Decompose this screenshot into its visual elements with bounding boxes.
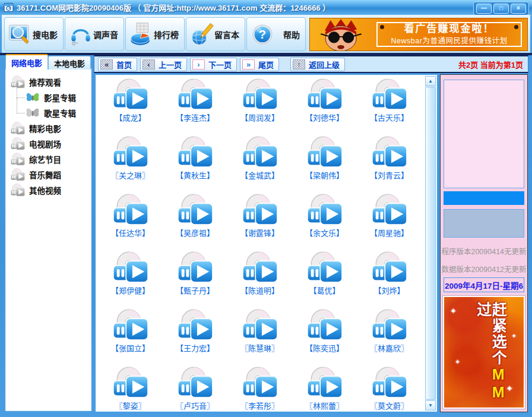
- right-panel: 程序版本20090414无更新 数据版本20090412无更新 2009年4月1…: [440, 74, 528, 412]
- ad-subtitle: Newsbar为普通网民提供赚钱计划: [391, 34, 508, 46]
- movie-item[interactable]: 〖陈慧琳〗: [227, 308, 292, 366]
- movie-item[interactable]: 〖林嘉欣〗: [357, 308, 422, 366]
- disc-play-icon: [112, 366, 149, 399]
- movie-item[interactable]: 【刘烨】: [357, 251, 422, 308]
- nav-button-home[interactable]: « 首页: [98, 58, 137, 71]
- nav-button-last-page[interactable]: » 尾页: [240, 58, 279, 71]
- tab-network-movies[interactable]: 网络电影: [5, 54, 48, 70]
- search-icon: [8, 22, 33, 47]
- close-button[interactable]: ×: [511, 4, 526, 14]
- sidebar-item-great-movies[interactable]: 精彩电影: [10, 121, 91, 136]
- nav-arrow-icon: ↑: [293, 59, 305, 70]
- disc-play-icon: [306, 135, 343, 169]
- movie-item[interactable]: 【金城武】: [227, 135, 292, 193]
- movie-item-label: 【李连杰】: [176, 112, 214, 123]
- app-window: { "window": { "title": "36171.COM网吧影院200…: [0, 0, 532, 417]
- movie-item[interactable]: 【甄子丹】: [163, 251, 227, 308]
- movie-item[interactable]: 【王力宏】: [163, 308, 227, 366]
- movie-item[interactable]: 【周星驰】: [357, 193, 422, 251]
- rank-icon: [129, 22, 154, 47]
- movie-item[interactable]: 【吴彦祖】: [163, 193, 227, 251]
- scroll-down-button[interactable]: ▼: [425, 400, 436, 410]
- movie-item[interactable]: 【葛优】: [292, 251, 357, 308]
- movie-item-label: 【陈奕迅】: [305, 342, 344, 353]
- ad-title: 看广告赚现金啦！: [404, 23, 495, 35]
- movie-item[interactable]: 〖莫文蔚〗: [357, 366, 422, 410]
- movie-item-label: 【周星驰】: [370, 227, 408, 238]
- movie-item[interactable]: 〖关之琳〗: [98, 135, 163, 193]
- movie-item[interactable]: 〖卢巧音〗: [163, 366, 227, 410]
- toolbar-button-label: 搜电影: [33, 29, 58, 40]
- tab-local-movies[interactable]: 本地电影: [48, 56, 91, 70]
- nav-button-label: 尾页: [258, 59, 274, 70]
- maximize-button[interactable]: □: [493, 4, 509, 14]
- movie-item[interactable]: 【黄秋生】: [163, 135, 227, 193]
- movie-item-label: 【黄秋生】: [176, 169, 214, 181]
- toolbar-button-label: 留言本: [214, 29, 239, 40]
- movie-item[interactable]: 【周润发】: [227, 78, 292, 135]
- sidebar-item-variety-shows[interactable]: 综艺节目: [10, 151, 91, 167]
- movie-item[interactable]: 【任达华】: [98, 193, 163, 251]
- disc-play-icon: [371, 308, 408, 342]
- toolbar-button-guestbook[interactable]: 留言本: [186, 17, 245, 51]
- movie-item[interactable]: 【余文乐】: [292, 193, 357, 251]
- movie-item-label: 【古天乐】: [370, 112, 408, 123]
- movie-item-label: 〖林嘉欣〗: [370, 342, 408, 353]
- movie-item-label: 【郑伊健】: [111, 285, 150, 296]
- toolbar-button-adjust-sound[interactable]: 调声音: [65, 17, 124, 51]
- nav-arrow-icon: ‹: [142, 59, 155, 70]
- movie-item[interactable]: 〖黎姿〗: [98, 366, 163, 410]
- movie-item[interactable]: 〖林熙蕾〗: [292, 366, 357, 410]
- ad-line-top: 赶紧选个: [490, 302, 506, 366]
- toolbar-button-search-movie[interactable]: 搜电影: [4, 17, 64, 51]
- sidebar-item-singer-albums[interactable]: 歌星专辑: [25, 105, 91, 121]
- movie-item[interactable]: 【郑伊健】: [98, 251, 163, 308]
- movie-item[interactable]: 【张国立】: [98, 308, 163, 366]
- nav-arrow-icon: «: [100, 59, 113, 70]
- sidebar-item-music-dance[interactable]: 音乐舞蹈: [10, 167, 91, 182]
- sidebar-item-tv-theater[interactable]: 电视剧场: [10, 136, 91, 151]
- top-ad-banner[interactable]: 看广告赚现金啦！ Newsbar为普通网民提供赚钱计划: [309, 18, 528, 51]
- scrollbar-thumb[interactable]: [425, 87, 436, 400]
- blue-bar: [444, 191, 524, 205]
- sidebar-item-star-albums[interactable]: 影星专辑: [25, 90, 91, 105]
- side-ad-banner[interactable]: ✦ ✦ ✦ ✦ 赶紧选个MM过: [443, 296, 525, 409]
- movie-item[interactable]: 【陈道明】: [227, 251, 292, 308]
- disc-play-icon: [112, 78, 149, 111]
- nav-button-back-up[interactable]: ↑ 返回上级: [290, 58, 345, 71]
- nav-button-label: 返回上级: [309, 59, 340, 70]
- tree-item-label: 精彩电影: [29, 122, 61, 134]
- minimize-button[interactable]: —: [476, 4, 492, 14]
- toolbar-button-help[interactable]: 帮助: [246, 17, 306, 51]
- movie-item[interactable]: 【古天乐】: [357, 78, 422, 135]
- sparkle-icon: ✦: [506, 384, 513, 393]
- disc-play-icon: [177, 135, 214, 169]
- disc-play-icon: [112, 251, 149, 284]
- nav-button-label: 上一页: [159, 59, 182, 70]
- movie-item-label: 【甄子丹】: [176, 285, 214, 296]
- movie-item-label: 【陈道明】: [240, 285, 279, 296]
- sidebar-panel: 推荐观看 影星专辑 歌星专辑 精彩电影 电视剧场 综艺节目 音乐舞蹈 其他视频: [5, 68, 92, 412]
- movie-item[interactable]: 【梁朝伟】: [292, 135, 357, 193]
- movie-item[interactable]: 【成龙】: [98, 78, 163, 135]
- movie-item[interactable]: 【刘德华】: [292, 78, 357, 135]
- toolbar-button-ranking[interactable]: 排行榜: [125, 17, 185, 51]
- scroll-up-button[interactable]: ▲: [425, 76, 436, 86]
- movie-item-label: 【余文乐】: [305, 227, 344, 238]
- nav-button-label: 下一页: [208, 59, 232, 70]
- nav-button-prev-page[interactable]: ‹ 上一页: [140, 58, 187, 71]
- movie-item[interactable]: 【刘青云】: [357, 135, 422, 193]
- sidebar-item-other-videos[interactable]: 其他视频: [10, 182, 91, 198]
- movie-item[interactable]: 〖李若彤〗: [227, 366, 292, 410]
- movie-item[interactable]: 【李连杰】: [163, 78, 227, 135]
- movie-item-label: 【任达华】: [111, 227, 150, 238]
- movie-item[interactable]: 【陈奕迅】: [292, 308, 357, 366]
- sunglasses-face-icon: [310, 19, 374, 51]
- nav-button-next-page[interactable]: › 下一页: [190, 58, 237, 71]
- ad-vertical-text: 赶紧选个MM过: [475, 302, 505, 407]
- discplay-gray-icon: [10, 137, 26, 150]
- movie-item[interactable]: 【谢霆锋】: [227, 193, 292, 251]
- disc-play-icon: [242, 78, 278, 111]
- disc-play-icon: [371, 78, 408, 111]
- vertical-scrollbar[interactable]: ▲ ▼: [425, 76, 436, 410]
